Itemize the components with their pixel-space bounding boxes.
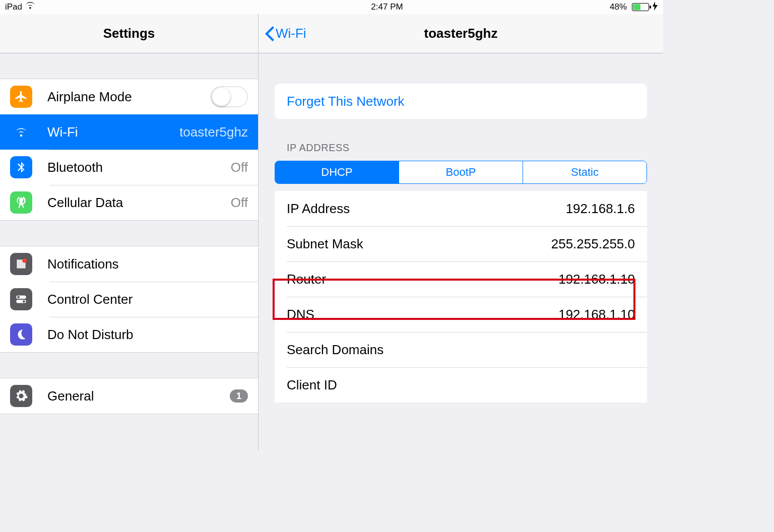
svg-point-4 [23,300,25,303]
master-nav: Settings [0,14,258,53]
subnet-value: 255.255.255.0 [551,236,635,252]
device-label: iPad [5,2,22,12]
general-label: General [47,388,94,404]
row-ip-address[interactable]: IP Address 192.168.1.6 [275,191,647,226]
forget-network-button[interactable]: Forget This Network [275,84,647,119]
row-airplane[interactable]: Airplane Mode [0,79,258,114]
router-value: 192.168.1.10 [558,272,635,287]
airplane-label: Airplane Mode [47,89,132,105]
clock: 2:47 PM [371,2,403,12]
svg-point-0 [22,258,27,263]
group-system: Notifications Control Center Do Not Dist… [0,246,258,353]
dnd-label: Do Not Disturb [47,327,134,343]
bluetooth-icon [10,156,32,178]
row-subnet[interactable]: Subnet Mask 255.255.255.0 [275,226,647,261]
row-bluetooth[interactable]: Bluetooth Off [0,150,258,185]
svg-point-3 [17,296,20,298]
bluetooth-label: Bluetooth [47,160,103,175]
wifi-icon [25,2,35,12]
row-wifi[interactable]: Wi-Fi toaster5ghz [0,114,258,150]
group-connectivity: Airplane Mode Wi-Fi toaster5ghz Bluetoot… [0,79,258,221]
cellular-icon [10,191,32,214]
forget-network-card: Forget This Network [275,84,647,119]
master-pane: Settings Airplane Mode Wi-Fi toaster5ghz [0,14,259,450]
control-center-label: Control Center [47,292,133,307]
forget-label: Forget This Network [287,94,405,109]
general-badge: 1 [230,389,248,403]
back-label: Wi-Fi [276,26,306,41]
seg-bootp[interactable]: BootP [399,161,523,183]
notifications-label: Notifications [47,256,119,272]
dns-key: DNS [287,307,314,322]
ip-mode-segmented: DHCP BootP Static [275,161,647,184]
battery-percent: 48% [610,2,627,12]
subnet-key: Subnet Mask [287,236,363,252]
row-client-id[interactable]: Client ID [275,367,647,403]
seg-dhcp[interactable]: DHCP [275,161,399,183]
moon-icon [10,323,32,346]
search-domains-key: Search Domains [287,342,383,358]
gear-icon [10,385,32,407]
wifi-label: Wi-Fi [47,124,78,140]
row-control-center[interactable]: Control Center [0,282,258,317]
ip-address-value: 192.168.1.6 [566,201,635,217]
detail-title: toaster5ghz [424,26,498,41]
battery-icon [630,3,649,11]
client-id-key: Client ID [287,377,337,393]
airplane-toggle[interactable] [211,86,248,107]
row-search-domains[interactable]: Search Domains [275,332,647,367]
master-title: Settings [103,26,155,41]
wifi-value: toaster5ghz [179,124,248,140]
ip-address-key: IP Address [287,201,350,217]
detail-nav: Wi-Fi toaster5ghz [259,14,663,53]
notifications-icon [10,253,32,275]
ip-rows-card: IP Address 192.168.1.6 Subnet Mask 255.2… [275,191,647,403]
cellular-label: Cellular Data [47,195,123,211]
seg-static[interactable]: Static [523,161,647,183]
router-key: Router [287,272,326,287]
ip-section-label: IP ADDRESS [287,142,647,154]
back-button[interactable]: Wi-Fi [265,26,306,41]
control-center-icon [10,288,32,310]
wifi-row-icon [10,121,32,143]
bluetooth-value: Off [231,160,248,175]
dns-value: 192.168.1.10 [558,307,635,322]
row-dns[interactable]: DNS 192.168.1.10 [275,297,647,332]
row-general[interactable]: General 1 [0,378,258,414]
cellular-value: Off [231,195,248,211]
status-bar: iPad 2:47 PM 48% [0,0,663,14]
chevron-left-icon [265,26,275,41]
row-dnd[interactable]: Do Not Disturb [0,317,258,352]
row-notifications[interactable]: Notifications [0,246,258,282]
charging-icon [652,2,658,13]
group-general: General 1 [0,378,258,414]
detail-pane: Wi-Fi toaster5ghz Forget This Network IP… [259,14,663,450]
row-router[interactable]: Router 192.168.1.10 [275,261,647,297]
row-cellular[interactable]: Cellular Data Off [0,185,258,220]
airplane-icon [10,86,32,108]
